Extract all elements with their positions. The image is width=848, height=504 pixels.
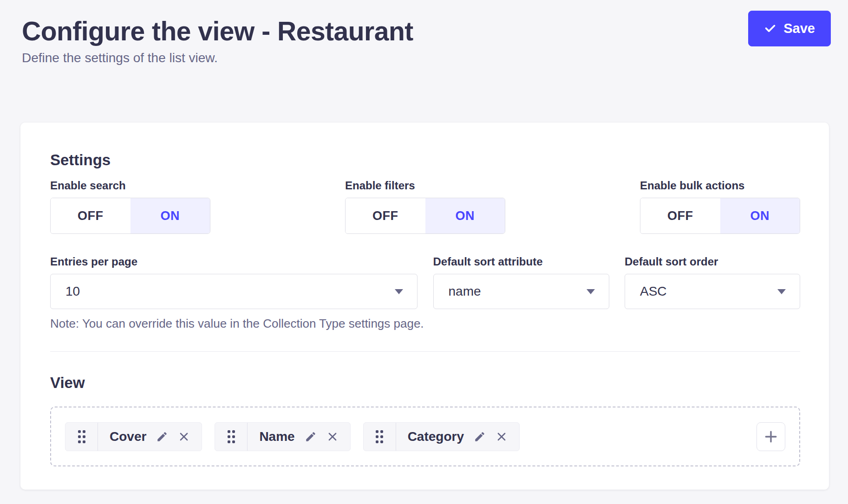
- save-button-label: Save: [783, 21, 815, 36]
- toggle-group-enable-bulk-actions: Enable bulk actions OFF ON: [640, 179, 800, 234]
- toggle-label: Enable filters: [345, 179, 505, 192]
- toggles-row: Enable search OFF ON Enable filters OFF …: [50, 179, 800, 234]
- close-icon: [178, 431, 190, 443]
- entries-per-page-group: Entries per page 10: [50, 255, 417, 309]
- drag-handle[interactable]: [65, 423, 98, 451]
- toggle-label: Enable bulk actions: [640, 179, 800, 192]
- check-icon: [764, 22, 776, 35]
- drag-icon: [228, 430, 235, 443]
- close-icon: [496, 431, 508, 443]
- chip-label: Category: [408, 429, 464, 444]
- chip-label: Name: [259, 429, 294, 444]
- save-button[interactable]: Save: [748, 11, 831, 46]
- entries-per-page-value: 10: [65, 284, 80, 299]
- pencil-icon: [156, 431, 168, 443]
- enable-search-on-option[interactable]: ON: [130, 198, 210, 233]
- entries-per-page-note: Note: You can override this value in the…: [50, 317, 800, 330]
- close-icon: [326, 431, 339, 443]
- pencil-icon: [305, 431, 317, 443]
- settings-card: Settings Enable search OFF ON Enable fil…: [20, 123, 829, 490]
- default-sort-order-select[interactable]: ASC: [625, 274, 800, 309]
- default-sort-order-group: Default sort order ASC: [625, 255, 800, 309]
- drag-icon: [78, 430, 85, 443]
- chevron-down-icon: [777, 289, 786, 294]
- chevron-down-icon: [587, 289, 595, 294]
- drag-handle[interactable]: [215, 423, 248, 451]
- field-chip-name: Name: [215, 422, 350, 451]
- remove-field-button[interactable]: [496, 431, 508, 443]
- page-subtitle: Define the settings of the list view.: [22, 50, 829, 66]
- drag-icon: [376, 430, 383, 443]
- plus-icon: [763, 429, 779, 445]
- chip-body: Name: [248, 423, 350, 451]
- select-label: Entries per page: [50, 255, 417, 268]
- enable-filters-on-option[interactable]: ON: [425, 198, 505, 233]
- enable-search-off-option[interactable]: OFF: [51, 198, 130, 233]
- enable-search-toggle: OFF ON: [50, 198, 210, 234]
- section-divider: [50, 351, 800, 352]
- settings-heading: Settings: [50, 151, 800, 169]
- drag-handle[interactable]: [364, 423, 396, 451]
- add-field-button[interactable]: [757, 422, 785, 451]
- select-label: Default sort attribute: [433, 255, 609, 268]
- edit-field-button[interactable]: [156, 431, 168, 443]
- remove-field-button[interactable]: [326, 431, 339, 443]
- toggle-label: Enable search: [50, 179, 210, 192]
- entries-per-page-select[interactable]: 10: [50, 274, 417, 309]
- edit-field-button[interactable]: [305, 431, 317, 443]
- select-label: Default sort order: [625, 255, 800, 268]
- field-chip-category: Category: [363, 422, 520, 451]
- chip-body: Cover: [98, 423, 202, 451]
- enable-bulk-actions-off-option[interactable]: OFF: [640, 198, 720, 233]
- page-header: Configure the view - Restaurant Define t…: [0, 0, 848, 66]
- view-heading: View: [50, 374, 800, 392]
- chip-body: Category: [396, 423, 519, 451]
- chevron-down-icon: [395, 289, 403, 294]
- default-sort-attribute-group: Default sort attribute name: [433, 255, 609, 309]
- pencil-icon: [474, 431, 486, 443]
- remove-field-button[interactable]: [178, 431, 190, 443]
- default-sort-attribute-value: name: [449, 284, 481, 299]
- enable-bulk-actions-toggle: OFF ON: [640, 198, 800, 234]
- toggle-group-enable-search: Enable search OFF ON: [50, 179, 210, 234]
- enable-bulk-actions-on-option[interactable]: ON: [720, 198, 800, 233]
- fields-drop-zone: Cover: [50, 407, 800, 466]
- selects-row: Entries per page 10 Default sort attribu…: [50, 255, 800, 309]
- chip-label: Cover: [110, 429, 146, 444]
- toggle-group-enable-filters: Enable filters OFF ON: [345, 179, 505, 234]
- page-title: Configure the view - Restaurant: [22, 15, 829, 47]
- field-chip-cover: Cover: [65, 422, 202, 451]
- edit-field-button[interactable]: [474, 431, 486, 443]
- enable-filters-off-option[interactable]: OFF: [346, 198, 425, 233]
- default-sort-order-value: ASC: [640, 284, 667, 299]
- enable-filters-toggle: OFF ON: [345, 198, 505, 234]
- default-sort-attribute-select[interactable]: name: [433, 274, 609, 309]
